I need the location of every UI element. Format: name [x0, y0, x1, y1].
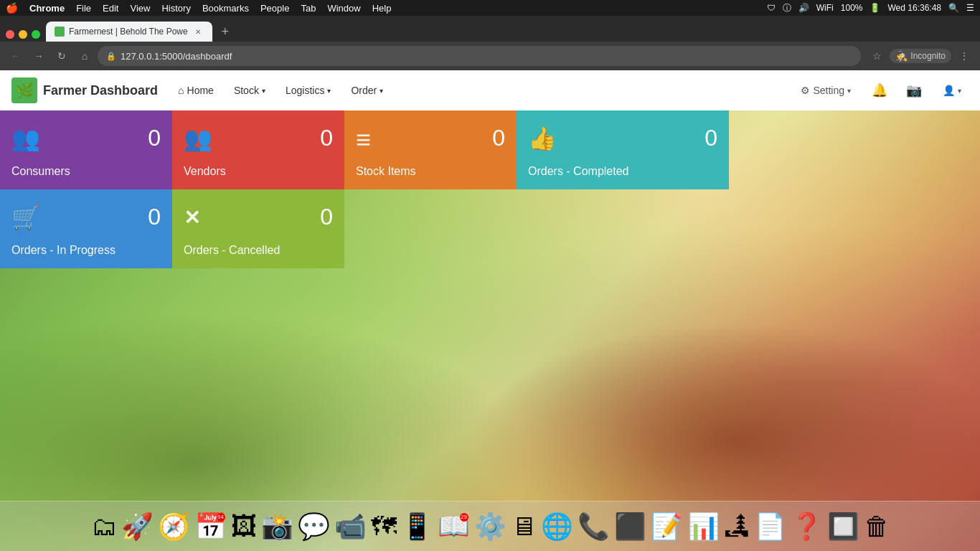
nav-stock[interactable]: Stock: [225, 79, 274, 102]
menu-chrome[interactable]: Chrome: [29, 3, 65, 14]
dock-books[interactable]: 📖29: [438, 512, 470, 542]
bell-icon: 🔔: [872, 83, 887, 98]
browser-tab-active[interactable]: Farmernest | Behold The Powe ✕: [46, 22, 212, 42]
card-vendors[interactable]: 0 Vendors: [172, 110, 344, 189]
consumers-count: 0: [148, 125, 161, 151]
nav-logistics[interactable]: Logistics: [277, 79, 339, 102]
lock-icon: 🔒: [106, 52, 116, 61]
dock-safari[interactable]: 🧭: [158, 512, 190, 542]
thumbup-icon: [528, 125, 557, 152]
card-orders-in-progress[interactable]: 0 Orders - In Progress: [0, 189, 172, 268]
card-orders-completed[interactable]: 0 Orders - Completed: [517, 110, 729, 189]
battery-label: 100%: [841, 3, 863, 13]
back-button[interactable]: ←: [6, 46, 26, 66]
orders-completed-count: 0: [705, 125, 717, 151]
nav-order[interactable]: Order: [342, 79, 392, 102]
dock-appstore[interactable]: 📱: [401, 512, 433, 542]
video-icon: 📷: [906, 83, 922, 98]
dock-photos[interactable]: 🖼: [231, 512, 257, 542]
menu-window[interactable]: Window: [327, 3, 360, 14]
user-icon: 👤: [943, 85, 955, 96]
vendors-icon: [184, 125, 212, 152]
maximize-window-btn[interactable]: [32, 30, 40, 39]
menu-help[interactable]: Help: [372, 3, 392, 14]
home-nav-button[interactable]: ⌂: [75, 46, 95, 66]
orders-progress-count: 0: [148, 204, 161, 230]
dock-activity[interactable]: 📊: [687, 512, 720, 542]
apple-icon[interactable]: 🍎: [6, 2, 18, 14]
forward-button[interactable]: →: [29, 46, 49, 66]
card-stock-items[interactable]: 0 Stock Items: [344, 110, 517, 189]
orders-completed-title: Orders - Completed: [528, 165, 717, 178]
nav-home[interactable]: ⌂ Home: [169, 79, 222, 102]
dock-whatsapp[interactable]: 📞: [578, 512, 610, 542]
card-consumers[interactable]: 0 Consumers: [0, 110, 172, 189]
cart-icon: [11, 204, 40, 231]
menubar-right: 🛡 ⓘ 🔊 WiFi 100% 🔋 Wed 16:36:48 🔍 ☰: [767, 2, 974, 14]
bookmark-star-button[interactable]: ☆: [867, 46, 887, 66]
nav-order-label: Order: [351, 85, 377, 96]
close-tab-btn[interactable]: ✕: [192, 26, 204, 37]
navbar-nav: ⌂ Home Stock Logistics Order: [169, 79, 793, 102]
card-top: 0: [184, 125, 333, 152]
dock-facetime[interactable]: 📹: [334, 512, 367, 542]
video-button[interactable]: 📷: [901, 77, 927, 103]
minimize-window-btn[interactable]: [19, 30, 27, 39]
new-tab-button[interactable]: +: [215, 22, 235, 42]
incognito-button[interactable]: 🕵 Incognito: [890, 49, 951, 63]
dock-photos2[interactable]: 📸: [261, 512, 293, 542]
navbar: 🌿 Farmer Dashboard ⌂ Home Stock Logistic…: [0, 70, 980, 110]
nav-home-label: Home: [187, 85, 214, 96]
nav-logistics-label: Logistics: [286, 85, 324, 96]
volume-icon: 🔊: [798, 3, 809, 13]
menu-file[interactable]: File: [76, 3, 91, 14]
dock-help[interactable]: ❓: [791, 512, 823, 542]
dock-notes[interactable]: 📝: [651, 512, 683, 542]
menu-view[interactable]: View: [130, 3, 150, 14]
dock-launchpad[interactable]: 🚀: [121, 512, 154, 542]
dock-pycharm[interactable]: 🖥: [511, 512, 537, 542]
menu-tab[interactable]: Tab: [301, 3, 316, 14]
card-top: 0: [11, 204, 161, 231]
dock-chrome[interactable]: 🌐: [541, 512, 573, 542]
menu-edit[interactable]: Edit: [103, 3, 118, 14]
app-container: 🌿 Farmer Dashboard ⌂ Home Stock Logistic…: [0, 70, 980, 551]
dock-calendar[interactable]: 📅64: [194, 512, 227, 542]
dock-photos3[interactable]: 🏞: [724, 512, 750, 542]
chrome-menu-button[interactable]: ⋮: [954, 46, 974, 66]
brand-logo-icon: 🌿: [16, 82, 34, 99]
dock-finder[interactable]: 🗂: [91, 512, 117, 542]
browser-tab-bar: Farmernest | Behold The Powe ✕ +: [0, 16, 980, 42]
shield-icon: 🛡: [767, 3, 776, 13]
dock-terminal[interactable]: ⬛: [614, 512, 646, 542]
dock-maps[interactable]: 🗺: [371, 512, 397, 542]
notification-button[interactable]: 🔔: [867, 77, 892, 103]
orders-progress-title: Orders - In Progress: [11, 244, 161, 257]
dock-trash[interactable]: 🗑: [864, 512, 890, 542]
dock-systempreferences[interactable]: ⚙️: [474, 512, 507, 542]
list-icon[interactable]: ☰: [966, 3, 974, 13]
search-icon[interactable]: 🔍: [948, 3, 959, 13]
incognito-label: Incognito: [910, 51, 946, 61]
user-button[interactable]: 👤 ▾: [936, 80, 969, 100]
card-orders-cancelled[interactable]: 0 Orders - Cancelled: [172, 189, 344, 268]
nav-stock-label: Stock: [234, 85, 259, 96]
orders-cancelled-count: 0: [320, 204, 333, 230]
menu-people[interactable]: People: [260, 3, 289, 14]
card-top: 0: [184, 204, 333, 230]
address-bar-container: 🔒: [98, 46, 861, 66]
incognito-icon: 🕵: [895, 50, 908, 62]
reload-button[interactable]: ↻: [52, 46, 72, 66]
dock-messages[interactable]: 💬: [298, 512, 330, 542]
menu-history[interactable]: History: [161, 3, 190, 14]
stock-count: 0: [492, 125, 505, 151]
address-bar[interactable]: [121, 51, 852, 62]
stock-title: Stock Items: [356, 165, 505, 178]
setting-button[interactable]: ⚙ Setting ▾: [793, 80, 858, 100]
close-window-btn[interactable]: [6, 30, 14, 39]
menu-bookmarks[interactable]: Bookmarks: [202, 3, 249, 14]
gear-icon: ⚙: [801, 85, 810, 96]
dock-preview[interactable]: 🔲: [827, 512, 859, 542]
info-icon: ⓘ: [783, 2, 791, 14]
dock-blank[interactable]: 📄: [754, 512, 786, 542]
